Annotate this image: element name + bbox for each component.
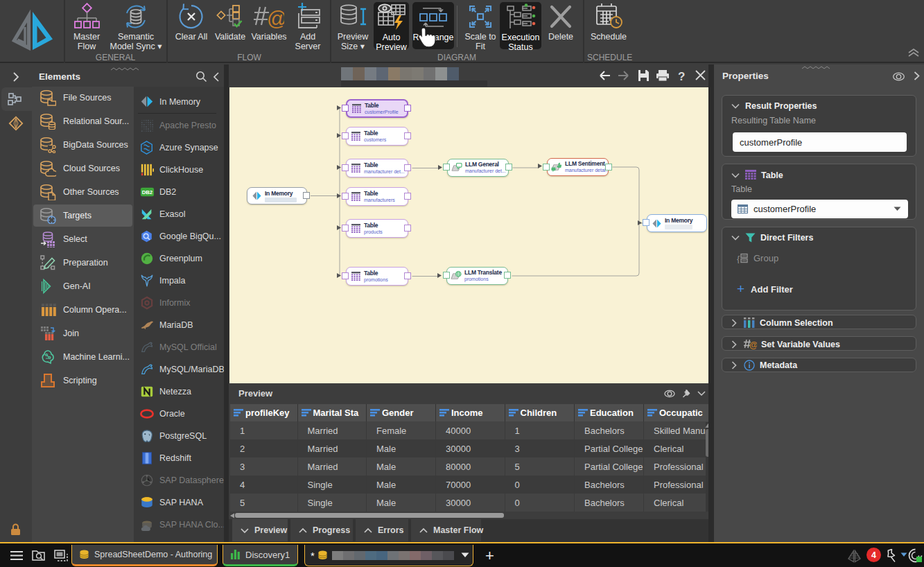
svg-text:?: ? — [678, 70, 685, 82]
svg-text:DB2: DB2 — [142, 189, 152, 195]
svg-text:{: { — [737, 254, 740, 264]
svg-text:@: @ — [267, 8, 284, 30]
svg-text:@: @ — [749, 340, 757, 349]
